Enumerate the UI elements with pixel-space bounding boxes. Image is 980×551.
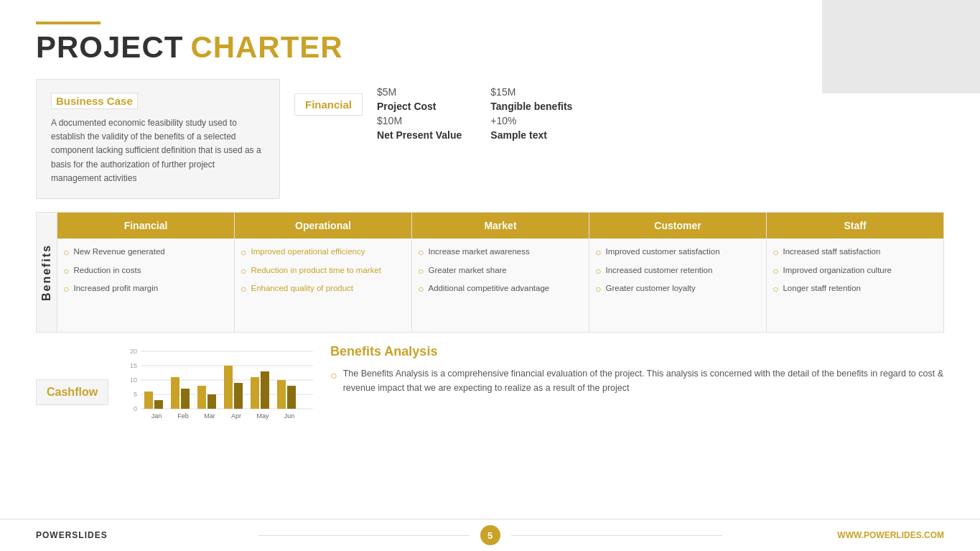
financial-value-2: $15M	[490, 86, 575, 98]
financial-key-2: Tangible benefits	[490, 101, 575, 112]
benefits-analysis-item: ○ The Benefits Analysis is a comprehensi…	[330, 366, 944, 395]
chart-container: 20 15 10 5 0 Jan Feb Mar	[119, 344, 320, 440]
benefit-col-customer: Customer ○ Improved customer satisfactio…	[589, 213, 767, 332]
bullet-icon: ○	[595, 282, 601, 297]
footer-inner: POWERSLIDES 5 WWW.POWERLIDES.COM	[36, 525, 944, 545]
benefit-item: ○ Longer staff retention	[773, 282, 938, 297]
benefit-text: Greater market share	[428, 264, 506, 276]
svg-rect-26	[287, 386, 296, 409]
page: PROJECT CHARTER Business Case A document…	[0, 0, 980, 551]
svg-rect-11	[154, 400, 163, 409]
bullet-icon: ○	[330, 366, 337, 385]
title-project: PROJECT	[36, 30, 183, 65]
benefit-item: ○ Increased profit margin	[63, 282, 228, 297]
benefit-item: ○ Increase market awareness	[418, 246, 583, 260]
benefit-item: ○ Increased staff satisfaction	[773, 246, 938, 260]
benefit-text: Longer staff retention	[783, 282, 860, 294]
svg-text:10: 10	[130, 376, 137, 384]
benefit-text: Increased profit margin	[73, 282, 158, 294]
benefit-text: Enhanced quality of product	[251, 282, 353, 294]
benefits-analysis: Benefits Analysis ○ The Benefits Analysi…	[330, 344, 944, 440]
svg-rect-10	[144, 392, 153, 409]
bullet-icon: ○	[418, 282, 424, 297]
bullet-icon: ○	[241, 246, 246, 260]
financial-section: Financial $5M $15M Project Cost Tangible…	[294, 79, 944, 199]
financial-key-1: Project Cost	[377, 101, 462, 112]
business-case-label: Business Case	[51, 93, 138, 109]
financial-value-4: +10%	[490, 115, 575, 126]
benefit-item: ○ Reduction in product time to market	[241, 264, 406, 279]
bullet-icon: ○	[773, 282, 778, 297]
benefits-analysis-text: The Benefits Analysis is a comprehensive…	[343, 366, 944, 395]
footer: POWERSLIDES 5 WWW.POWERLIDES.COM	[0, 519, 980, 551]
bullet-icon: ○	[241, 282, 246, 297]
svg-text:0: 0	[134, 405, 137, 412]
financial-value-1: $5M	[377, 86, 462, 98]
svg-rect-23	[261, 371, 269, 409]
benefit-col-market: Market ○ Increase market awareness ○ Gre…	[412, 213, 589, 332]
benefit-item: ○ Reduction in costs	[63, 264, 228, 279]
benefit-col-operational: Operational ○ Improved operational effic…	[235, 213, 412, 332]
bullet-icon: ○	[63, 264, 69, 279]
cashflow-label: Cashflow	[36, 379, 108, 405]
benefit-text: Reduction in product time to market	[251, 264, 381, 276]
financial-label: Financial	[294, 93, 363, 116]
svg-rect-14	[181, 389, 190, 409]
footer-brand-right: WWW.POWERLIDES.COM	[733, 530, 944, 540]
bullet-icon: ○	[595, 264, 601, 279]
svg-text:20: 20	[130, 348, 137, 355]
svg-text:Feb: Feb	[177, 412, 189, 420]
bullet-icon: ○	[595, 246, 601, 260]
benefit-items-market: ○ Increase market awareness ○ Greater ma…	[412, 239, 589, 332]
svg-text:Mar: Mar	[204, 412, 215, 420]
benefit-text: New Revenue generated	[73, 246, 164, 257]
benefit-col-financial: Financial ○ New Revenue generated ○ Redu…	[57, 213, 235, 332]
benefit-text: Additional competitive advantage	[428, 282, 549, 294]
benefit-text: Increased staff satisfaction	[783, 246, 880, 257]
benefits-section: Benefits Financial ○ New Revenue generat…	[36, 212, 944, 333]
financial-value-3: $10M	[377, 115, 462, 126]
cashflow-area: Cashflow 20 15 10 5 0	[36, 344, 309, 440]
benefit-text: Greater customer loyalty	[605, 282, 695, 294]
bullet-icon: ○	[63, 282, 69, 297]
benefit-item: ○ Improved operational efficiency	[241, 246, 406, 260]
benefit-col-staff: Staff ○ Increased staff satisfaction ○ I…	[767, 213, 943, 332]
benefit-text: Improved customer satisfaction	[605, 246, 719, 257]
benefit-item: ○ Greater customer loyalty	[595, 282, 760, 297]
benefit-items-operational: ○ Improved operational efficiency ○ Redu…	[235, 239, 411, 332]
footer-page-number: 5	[480, 525, 500, 545]
benefits-section-label: Benefits	[36, 212, 57, 333]
cashflow-chart: 20 15 10 5 0 Jan Feb Mar	[119, 344, 320, 437]
svg-text:Jan: Jan	[151, 412, 162, 420]
footer-line-right	[511, 535, 722, 536]
benefit-items-customer: ○ Improved customer satisfaction ○ Incre…	[589, 239, 766, 332]
benefits-table: Financial ○ New Revenue generated ○ Redu…	[57, 212, 944, 333]
benefit-items-staff: ○ Increased staff satisfaction ○ Improve…	[767, 239, 943, 332]
svg-text:15: 15	[130, 362, 137, 369]
title-row: PROJECT CHARTER	[36, 30, 944, 65]
business-case-text: A documented economic feasibility study …	[51, 116, 265, 185]
financial-key-3: Net Present Value	[377, 129, 462, 141]
top-section: Business Case A documented economic feas…	[36, 79, 944, 199]
financial-data: $5M $15M Project Cost Tangible benefits …	[377, 86, 576, 141]
svg-rect-17	[207, 394, 216, 409]
svg-rect-13	[171, 377, 179, 409]
benefit-header-market: Market	[412, 213, 589, 239]
benefit-header-operational: Operational	[235, 213, 411, 239]
top-accent-bar	[36, 22, 101, 24]
top-right-decoration	[822, 0, 980, 93]
bullet-icon: ○	[63, 246, 69, 260]
benefits-analysis-title: Benefits Analysis	[330, 344, 944, 359]
benefit-header-financial: Financial	[57, 213, 234, 239]
bullet-icon: ○	[773, 246, 778, 260]
bottom-section: Cashflow 20 15 10 5 0	[36, 344, 944, 440]
svg-text:5: 5	[134, 391, 137, 398]
benefit-header-customer: Customer	[589, 213, 766, 239]
title-charter: CHARTER	[190, 30, 342, 65]
svg-text:May: May	[257, 412, 270, 420]
benefit-item: ○ Improved organization culture	[773, 264, 938, 279]
business-case-box: Business Case A documented economic feas…	[36, 79, 280, 199]
benefit-item: ○ Increased customer retention	[595, 264, 760, 279]
svg-text:Jun: Jun	[284, 412, 295, 420]
benefit-item: ○ Greater market share	[418, 264, 583, 279]
